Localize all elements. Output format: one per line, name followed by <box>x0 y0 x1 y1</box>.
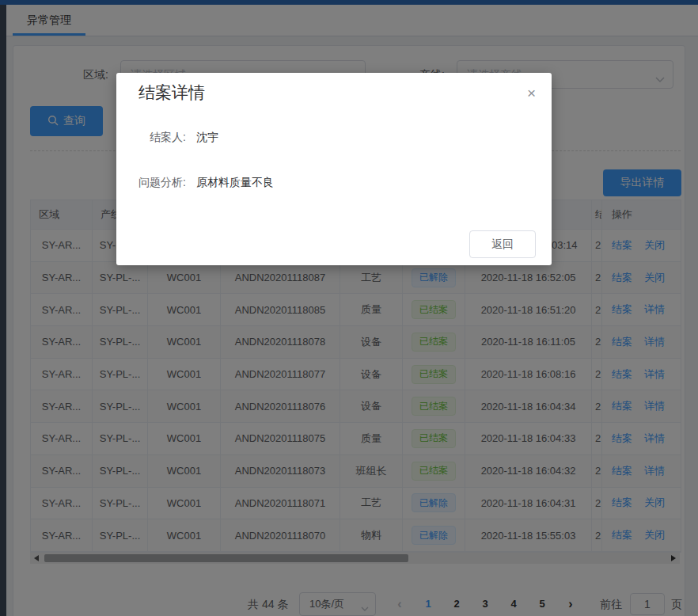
analysis-field-value: 原材料质量不良 <box>196 176 274 190</box>
closer-field-value: 沈宇 <box>196 131 218 145</box>
back-button[interactable]: 返回 <box>469 230 536 258</box>
close-icon[interactable]: × <box>527 86 536 101</box>
back-button-label: 返回 <box>491 238 514 252</box>
dialog-title: 结案详情 <box>138 82 205 104</box>
analysis-field-label: 问题分析: <box>116 176 186 190</box>
screen: 异常管理 区域: 请选择区域 产线: 请选择产线 查询 导出详情 <box>0 0 698 616</box>
closer-field-label: 结案人: <box>116 131 186 145</box>
case-close-detail-dialog: 结案详情 × 结案人: 沈宇 问题分析: 原材料质量不良 返回 <box>116 73 552 265</box>
